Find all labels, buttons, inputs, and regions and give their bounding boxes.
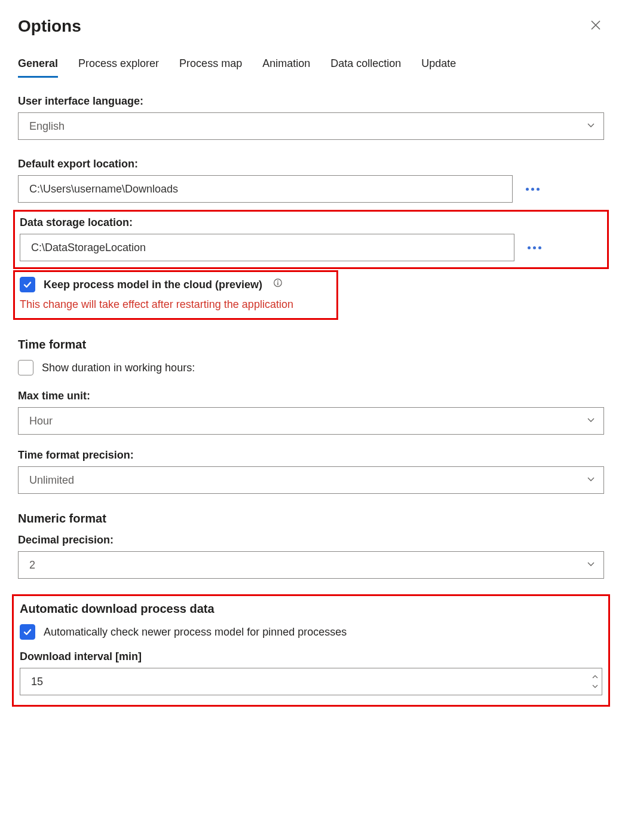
page-title: Options [18,17,81,36]
storage-location-label: Data storage location: [20,216,602,229]
svg-rect-2 [277,282,278,285]
storage-location-input[interactable]: C:\DataStorageLocation [20,234,514,261]
close-icon [590,19,602,31]
export-location-browse-button[interactable] [523,185,542,193]
language-select[interactable]: English [18,112,604,140]
cloud-checkbox-label: Keep process model in the cloud (preview… [44,279,262,291]
interval-increment-button[interactable] [592,673,599,681]
info-icon[interactable] [273,278,283,290]
storage-location-browse-button[interactable] [525,244,544,252]
svg-point-1 [277,280,278,282]
max-time-unit-label: Max time unit: [18,390,604,402]
cloud-checkbox[interactable] [20,277,35,292]
decimal-precision-value: 2 [29,559,35,572]
language-value: English [29,120,65,133]
precision-select[interactable]: Unlimited [18,466,604,494]
decimal-precision-select[interactable]: 2 [18,551,604,579]
time-format-heading: Time format [18,338,604,352]
export-location-value: C:\Users\username\Downloads [29,183,178,196]
ellipsis-icon [528,246,541,249]
interval-decrement-button[interactable] [592,682,599,691]
ellipsis-icon [526,188,540,191]
tab-update[interactable]: Update [421,54,456,78]
numeric-format-heading: Numeric format [18,512,604,526]
tab-process-explorer[interactable]: Process explorer [78,54,159,78]
highlight-data-storage: Data storage location: C:\DataStorageLoc… [13,210,609,269]
max-time-unit-select[interactable]: Hour [18,407,604,435]
download-interval-value: 15 [31,676,43,688]
show-duration-checkbox[interactable] [18,360,33,375]
tabs: GeneralProcess explorerProcess mapAnimat… [18,54,604,78]
export-location-input[interactable]: C:\Users\username\Downloads [18,175,513,203]
download-interval-label: Download interval [min] [20,650,602,663]
storage-location-value: C:\DataStorageLocation [31,242,146,254]
auto-check-label: Automatically check newer process model … [44,626,347,639]
cloud-warning-text: This change will take effect after resta… [20,298,330,311]
export-location-label: Default export location: [18,158,604,170]
precision-value: Unlimited [29,474,74,487]
download-interval-input[interactable]: 15 [20,668,602,695]
tab-process-map[interactable]: Process map [179,54,242,78]
highlight-auto-download: Automatic download process data Automati… [12,594,610,707]
decimal-precision-label: Decimal precision: [18,534,604,546]
auto-check-checkbox[interactable] [20,624,35,640]
chevron-up-icon [592,673,599,682]
highlight-cloud-option: Keep process model in the cloud (preview… [13,270,338,320]
language-label: User interface language: [18,95,604,108]
show-duration-label: Show duration in working hours: [42,362,195,374]
tab-general[interactable]: General [18,54,58,78]
chevron-down-icon [592,682,599,691]
precision-label: Time format precision: [18,449,604,462]
close-button[interactable] [587,17,604,33]
tab-data-collection[interactable]: Data collection [330,54,401,78]
auto-download-heading: Automatic download process data [20,602,602,616]
tab-animation[interactable]: Animation [262,54,310,78]
max-time-unit-value: Hour [29,415,53,427]
